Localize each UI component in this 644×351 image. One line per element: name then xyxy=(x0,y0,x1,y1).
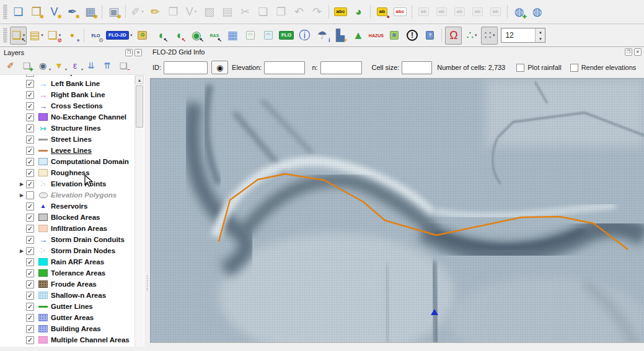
n-field[interactable] xyxy=(320,61,362,74)
layer-visibility-checkbox[interactable]: ✓ xyxy=(26,280,34,288)
layer-diagram-button[interactable]: ◕ xyxy=(350,3,367,21)
levee-elevation-button[interactable]: ▙☀ xyxy=(332,27,348,45)
layer-tree-scrollbar[interactable]: ▲ xyxy=(135,76,144,347)
add-layer-button[interactable]: ❏ xyxy=(10,3,27,21)
layer-row[interactable]: ✓Gutter Lines xyxy=(26,301,144,312)
layer-row[interactable]: ▶Elevation Polygons xyxy=(26,189,144,201)
layer-visibility-checkbox[interactable]: ✓ xyxy=(26,269,34,277)
hazus-button[interactable]: HAZUS xyxy=(368,27,384,45)
storm-info-button[interactable]: ☂i xyxy=(314,27,330,45)
schematic-levee-button[interactable]: ≋ xyxy=(386,27,402,45)
dropdown-arrow-icon[interactable]: ▾ xyxy=(195,9,197,14)
layer-visibility-checkbox[interactable]: ✓ xyxy=(26,325,34,333)
new-spatialite-layer-button[interactable]: ▣✱ xyxy=(105,3,122,21)
search-radius-spinbox[interactable]: 12▲▼ xyxy=(501,28,545,43)
render-elevations-checkbox[interactable]: Render elevations xyxy=(570,64,637,72)
dropdown-arrow-icon[interactable]: ▾ xyxy=(141,9,144,14)
layer-row[interactable]: ✓Infiltration Areas xyxy=(26,223,144,234)
layer-row[interactable]: ✓Tolerance Areas xyxy=(26,267,144,279)
layer-row[interactable]: ✓→Left Bank Line xyxy=(26,78,144,89)
help-button[interactable]: ? xyxy=(421,27,438,45)
id-field[interactable] xyxy=(164,61,208,74)
layer-visibility-checkbox[interactable]: ✓ xyxy=(26,136,34,144)
plot-rainfall-checkbox[interactable]: Plot rainfall xyxy=(516,64,561,72)
new-geopackage-layer-button[interactable]: ❒✱ xyxy=(28,3,45,21)
select-by-form-button[interactable]: ▤▾ xyxy=(28,27,45,45)
layer-row[interactable]: ▶✓⁚⁖Storm Drain Nodes xyxy=(26,245,144,256)
dropdown-arrow-icon[interactable]: ▾ xyxy=(493,33,495,38)
layer-row[interactable]: ✓Roughness xyxy=(26,167,144,178)
layer-row[interactable]: ▶✓⁚⁖Elevation Points xyxy=(26,178,144,189)
move-label-button[interactable]: ab xyxy=(415,3,432,21)
map-canvas[interactable] xyxy=(150,78,644,342)
toggle-editing-button[interactable]: ✏ xyxy=(147,3,164,21)
ras-import-button[interactable]: RAS↖ xyxy=(206,27,223,45)
layer-visibility-checkbox[interactable]: ✓ xyxy=(26,91,34,99)
profile-hill-button[interactable]: ▲ xyxy=(350,27,366,45)
layer-visibility-checkbox[interactable]: ✓ xyxy=(26,147,34,155)
eye-button[interactable]: ◉ xyxy=(211,61,228,74)
layer-styling-button[interactable]: ✐ xyxy=(2,59,19,72)
layer-visibility-checkbox[interactable]: ✓ xyxy=(26,336,34,344)
schematize-button[interactable]: FLO xyxy=(278,27,294,45)
move-label-diagram-button[interactable]: ab xyxy=(451,3,468,21)
snapping-button[interactable]: Ω xyxy=(445,27,462,45)
layer-row[interactable]: ✓Computational Domain xyxy=(26,156,144,167)
copy-features-button[interactable]: ❏ xyxy=(255,3,271,21)
layer-row[interactable]: ✓↣Structure lines xyxy=(26,123,144,134)
redo-button[interactable]: ↷ xyxy=(309,3,325,21)
dropdown-arrow-icon[interactable]: ▾ xyxy=(41,33,43,38)
layer-row[interactable]: ✓▲Reservoirs xyxy=(26,201,144,212)
layer-row[interactable]: ✓→Right Bank Line xyxy=(26,89,144,100)
layer-visibility-checkbox[interactable]: ✓ xyxy=(26,292,34,300)
expand-all-button[interactable]: ⇊ xyxy=(83,59,99,72)
filter-expression-button[interactable]: ε▾ xyxy=(67,59,83,72)
show-hide-labels-button[interactable]: ab xyxy=(433,3,450,21)
spinbox-arrows[interactable]: ▲▼ xyxy=(535,28,545,42)
grid-eval-tool-button[interactable]: ◉↖ xyxy=(188,27,205,45)
layer-visibility-checkbox[interactable]: ✓ xyxy=(26,202,34,210)
elevation-field[interactable] xyxy=(264,61,305,74)
expand-arrow-icon[interactable]: ▶ xyxy=(17,181,26,187)
select-by-location-button[interactable]: ▪● xyxy=(64,27,81,45)
layer-row[interactable]: ✓Gutter Areas xyxy=(26,312,144,323)
modify-attributes-button[interactable]: ▨ xyxy=(201,3,218,21)
expand-arrow-icon[interactable]: ▶ xyxy=(17,248,26,254)
add-group-button[interactable]: ❑✚ xyxy=(19,59,35,72)
save-edits-button[interactable]: ❐ xyxy=(165,3,182,21)
remove-layer-button[interactable]: ❑− xyxy=(115,59,131,72)
layer-visibility-checkbox[interactable]: ✓ xyxy=(26,74,34,77)
delete-selected-button[interactable]: ▤ xyxy=(219,3,236,21)
xs-plot-button[interactable]: ◠ xyxy=(242,27,258,45)
current-edits-button[interactable]: ✐▾ xyxy=(129,3,146,21)
layer-visibility-checkbox[interactable]: ✓ xyxy=(26,214,34,222)
layer-row[interactable]: ✓Multiple Channel Areas xyxy=(26,334,144,345)
gridinfo-float-button[interactable]: ❐ xyxy=(625,48,632,56)
layer-row[interactable]: ✓Levee Lines xyxy=(26,145,144,156)
warning-button[interactable]: ! xyxy=(404,27,420,45)
change-label-button[interactable]: ab xyxy=(487,3,504,21)
layer-visibility-checkbox[interactable] xyxy=(26,191,34,199)
scrollbar-thumb[interactable] xyxy=(136,85,143,128)
highlight-labels-button[interactable]: abc xyxy=(392,3,408,21)
layer-row[interactable]: ✓Blocked Areas xyxy=(26,212,144,223)
grid-table-button[interactable]: ▦ xyxy=(224,27,240,45)
layer-row[interactable]: ✓Building Areas xyxy=(26,323,144,334)
layer-visibility-checkbox[interactable]: ✓ xyxy=(26,113,34,121)
new-virtual-layer-button[interactable]: ▦✱ xyxy=(82,3,99,21)
snap-dots-button[interactable]: ∷▾ xyxy=(481,27,498,45)
layer-visibility-checkbox[interactable]: ✓ xyxy=(26,303,34,311)
toolbar-drag-handle[interactable] xyxy=(3,4,7,19)
metasearch-button[interactable]: ◍✚ xyxy=(511,3,527,21)
layer-visibility-checkbox[interactable]: ✓ xyxy=(26,124,34,132)
layer-row[interactable]: ✓Froude Areas xyxy=(26,279,144,290)
new-shapefile-layer-button[interactable]: V✱ xyxy=(46,3,63,21)
layer-visibility-checkbox[interactable]: ✓ xyxy=(26,225,34,233)
layer-visibility-checkbox[interactable]: ✓ xyxy=(26,236,34,244)
layer-labeling-button[interactable]: abc xyxy=(332,3,349,21)
layer-visibility-checkbox[interactable]: ✓ xyxy=(26,102,34,110)
layers-close-button[interactable]: ✕ xyxy=(135,49,142,56)
layer-visibility-checkbox[interactable]: ✓ xyxy=(26,158,34,166)
undo-button[interactable]: ↶ xyxy=(291,3,307,21)
layer-visibility-checkbox[interactable]: ✓ xyxy=(26,180,34,188)
